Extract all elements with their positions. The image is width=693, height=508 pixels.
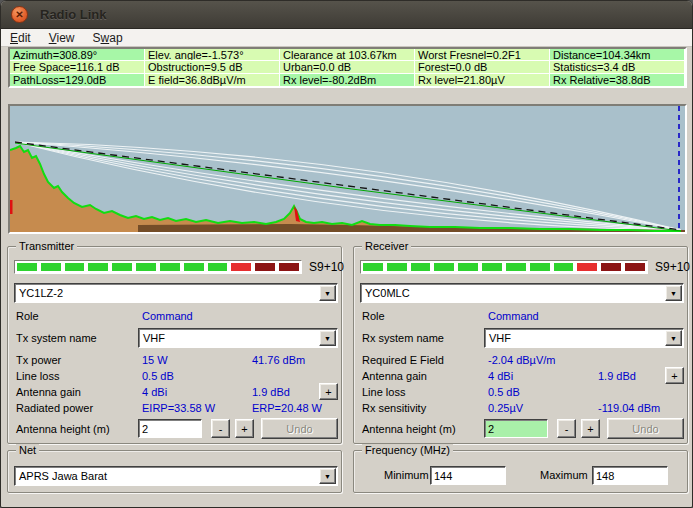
- chevron-down-icon[interactable]: ▼: [665, 330, 682, 346]
- meter-segment: [506, 263, 526, 271]
- tx-height-minus-button[interactable]: -: [211, 419, 230, 438]
- chevron-down-icon[interactable]: ▼: [665, 285, 682, 301]
- meter-segment: [482, 263, 502, 271]
- rx-station-combo[interactable]: YC0MLC ▼: [360, 283, 684, 303]
- rx-system-combo[interactable]: VHF ▼: [484, 328, 684, 348]
- tx-signal-meter: [14, 260, 302, 274]
- tx-height-plus-button[interactable]: +: [235, 419, 254, 438]
- info-free-space: Free Space=116.1 dB: [10, 61, 145, 72]
- tx-antenna-height-label: Antenna height (m): [16, 423, 110, 435]
- menu-swap[interactable]: Swap: [84, 29, 132, 46]
- window-title: Radio Link: [40, 7, 106, 22]
- meter-segment: [458, 263, 478, 271]
- rx-antenna-gain-dbi: 4 dBi: [488, 370, 513, 382]
- rx-undo-button[interactable]: Undo: [607, 418, 684, 439]
- tx-line-loss-value: 0.5 dB: [142, 370, 174, 382]
- meter-segment: [434, 263, 454, 271]
- rx-antenna-gain-plus-button[interactable]: +: [665, 367, 684, 384]
- left-edge-marker: [10, 200, 13, 214]
- info-rx-level-dbm: Rx level=-80.2dBm: [280, 74, 415, 86]
- net-combo[interactable]: APRS Jawa Barat ▼: [14, 466, 338, 486]
- tx-system-combo[interactable]: VHF ▼: [138, 328, 338, 348]
- info-row: Free Space=116.1 dB Obstruction=9.5 dB U…: [10, 61, 685, 73]
- tx-antenna-gain-label: Antenna gain: [16, 386, 81, 398]
- info-distance: Distance=104.34km: [550, 49, 685, 60]
- meter-segment: [530, 263, 550, 271]
- receiver-title: Receiver: [362, 240, 411, 252]
- info-rx-level-uv: Rx level=21.80µV: [415, 74, 550, 86]
- tx-antenna-gain-dbi: 4 dBi: [142, 386, 167, 398]
- info-pathloss: PathLoss=129.0dB: [10, 74, 145, 86]
- tx-antenna-height-input[interactable]: [138, 419, 202, 438]
- meter-segment: [554, 263, 574, 271]
- menu-edit[interactable]: Edit: [1, 29, 40, 46]
- rx-efield-value: -2.04 dBµV/m: [488, 354, 555, 366]
- info-rx-relative: Rx Relative=38.8dB: [550, 74, 685, 86]
- rx-height-plus-button[interactable]: +: [581, 419, 600, 438]
- info-worst-fresnel: Worst Fresnel=0.2F1: [415, 49, 550, 60]
- tx-system-label: Tx system name: [16, 332, 97, 344]
- rx-role-label: Role: [362, 310, 385, 322]
- info-elev-angle: Elev. angle=-1.573°: [145, 49, 280, 60]
- rx-line-loss-label: Line loss: [362, 386, 405, 398]
- tx-station-combo[interactable]: YC1LZ-2 ▼: [14, 283, 338, 303]
- info-row: PathLoss=129.0dB E field=36.8dBµV/m Rx l…: [10, 74, 685, 86]
- rx-sensitivity-label: Rx sensitivity: [362, 402, 426, 414]
- close-icon: ✕: [15, 10, 23, 20]
- meter-segment: [411, 263, 431, 271]
- frequency-maximum-input[interactable]: [592, 466, 668, 485]
- tx-system-value: VHF: [139, 332, 319, 344]
- titlebar: ✕ Radio Link: [1, 1, 692, 29]
- net-group: Net APRS Jawa Barat ▼: [7, 450, 342, 493]
- frequency-minimum-input[interactable]: [430, 466, 506, 485]
- rx-sensitivity-dbm: -119.04 dBm: [598, 402, 660, 414]
- receiver-group: Receiver S9+10 YC0MLC ▼ Role Command Rx …: [353, 246, 688, 444]
- radio-link-window: ✕ Radio Link Edit View Swap Azimuth=308.…: [0, 0, 693, 508]
- rx-antenna-gain-dbd: 1.9 dBd: [598, 370, 636, 382]
- menu-view[interactable]: View: [40, 29, 84, 46]
- menubar: Edit View Swap: [1, 29, 693, 47]
- tx-radiated-power-label: Radiated power: [16, 402, 93, 414]
- meter-segment: [136, 263, 156, 271]
- info-urban: Urban=0.0 dB: [280, 61, 415, 72]
- tx-antenna-gain-plus-button[interactable]: +: [319, 383, 338, 400]
- tx-station-value: YC1LZ-2: [15, 287, 319, 299]
- meter-segment: [41, 263, 61, 271]
- info-e-field: E field=36.8dBµV/m: [145, 74, 280, 86]
- rx-antenna-height-input[interactable]: [484, 419, 548, 438]
- tx-s-meter-label: S9+10: [309, 260, 344, 274]
- transmitter-group: Transmitter S9+10 YC1LZ-2 ▼ Role Command…: [7, 246, 342, 444]
- frequency-group: Frequency (MHz) Minimum Maximum: [353, 450, 688, 493]
- tx-power-dbm: 41.76 dBm: [252, 354, 305, 366]
- frequency-maximum-label: Maximum: [540, 469, 588, 481]
- rx-system-value: VHF: [485, 332, 665, 344]
- link-info-panel: Azimuth=308.89° Elev. angle=-1.573° Clea…: [8, 47, 687, 88]
- frequency-minimum-label: Minimum: [384, 469, 429, 481]
- rx-s-meter-label: S9+10: [655, 260, 690, 274]
- tx-line-loss-label: Line loss: [16, 370, 59, 382]
- tx-eirp-value: EIRP=33.58 W: [142, 402, 215, 414]
- meter-segment: [160, 263, 180, 271]
- tx-power-label: Tx power: [16, 354, 61, 366]
- tx-power-watts: 15 W: [142, 354, 168, 366]
- chevron-down-icon[interactable]: ▼: [319, 330, 336, 346]
- info-statistics: Statistics=3.4 dB: [550, 61, 685, 72]
- rx-antenna-gain-label: Antenna gain: [362, 370, 427, 382]
- profile-svg: [10, 106, 685, 232]
- meter-segment: [112, 263, 132, 271]
- transmitter-title: Transmitter: [16, 240, 77, 252]
- meter-segment: [363, 263, 383, 271]
- tx-undo-button[interactable]: Undo: [261, 418, 338, 439]
- frequency-title: Frequency (MHz): [362, 444, 453, 456]
- meter-segment: [279, 263, 299, 271]
- info-obstruction: Obstruction=9.5 dB: [145, 61, 280, 72]
- tx-erp-value: ERP=20.48 W: [252, 402, 322, 414]
- info-clearance: Clearance at 103.67km: [280, 49, 415, 60]
- close-button[interactable]: ✕: [11, 6, 28, 23]
- chevron-down-icon[interactable]: ▼: [319, 468, 336, 484]
- meter-segment: [88, 263, 108, 271]
- rx-antenna-height-label: Antenna height (m): [362, 423, 456, 435]
- terrain-profile-chart[interactable]: [8, 104, 687, 234]
- chevron-down-icon[interactable]: ▼: [319, 285, 336, 301]
- rx-height-minus-button[interactable]: -: [557, 419, 576, 438]
